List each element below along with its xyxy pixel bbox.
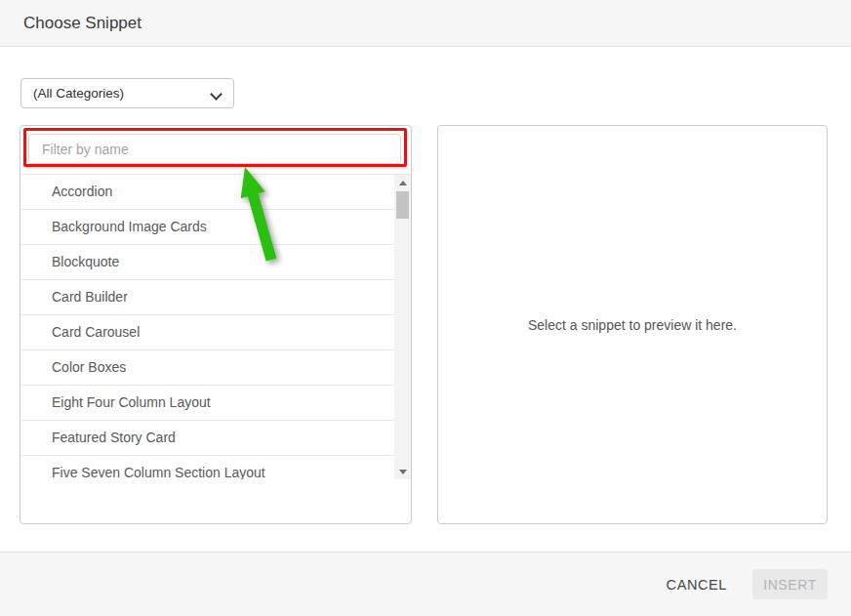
snippet-item-label: Color Boxes	[52, 359, 126, 375]
page-title: Choose Snippet	[23, 14, 142, 33]
scroll-up-icon[interactable]	[394, 175, 411, 190]
category-select-value: (All Categories)	[33, 86, 124, 101]
filter-input[interactable]	[28, 134, 401, 164]
scrollbar-thumb[interactable]	[396, 191, 409, 219]
snippet-item-label: Blockquote	[52, 254, 119, 269]
snippet-list-item[interactable]: Accordion	[20, 175, 411, 210]
chevron-down-icon	[212, 87, 222, 97]
snippet-item-label: Background Image Cards	[52, 219, 207, 234]
cancel-button[interactable]: CANCEL	[667, 577, 727, 593]
snippet-item-label: Five Seven Column Section Layout	[52, 465, 265, 479]
filter-area	[20, 126, 411, 175]
insert-button[interactable]: INSERT	[752, 569, 828, 599]
snippet-list: Accordion Background Image Cards Blockqu…	[20, 175, 411, 479]
preview-panel: Select a snippet to preview it here.	[437, 125, 828, 524]
snippet-list-item[interactable]: Background Image Cards	[20, 210, 411, 245]
snippet-list-item[interactable]: Featured Story Card	[20, 421, 411, 456]
snippet-list-item[interactable]: Card Carousel	[20, 315, 411, 350]
dialog-footer: CANCEL INSERT	[0, 552, 851, 616]
scrollbar[interactable]	[394, 175, 411, 479]
scroll-down-icon[interactable]	[394, 464, 411, 479]
snippet-item-label: Card Carousel	[52, 324, 140, 340]
snippet-list-item[interactable]: Blockquote	[20, 245, 411, 280]
category-select[interactable]: (All Categories)	[20, 78, 234, 108]
dialog-header: Choose Snippet	[0, 0, 851, 47]
preview-empty-message: Select a snippet to preview it here.	[528, 317, 737, 333]
snippet-list-item[interactable]: Card Builder	[20, 280, 411, 315]
snippet-list-item[interactable]: Color Boxes	[20, 350, 411, 386]
snippet-item-label: Card Builder	[52, 289, 128, 305]
snippet-item-label: Accordion	[52, 184, 112, 199]
snippet-list-panel: Accordion Background Image Cards Blockqu…	[20, 125, 412, 524]
snippet-item-label: Featured Story Card	[52, 430, 176, 445]
snippet-list-item[interactable]: Five Seven Column Section Layout	[20, 456, 411, 479]
snippet-list-item[interactable]: Eight Four Column Layout	[20, 386, 411, 421]
snippet-item-label: Eight Four Column Layout	[52, 394, 211, 410]
